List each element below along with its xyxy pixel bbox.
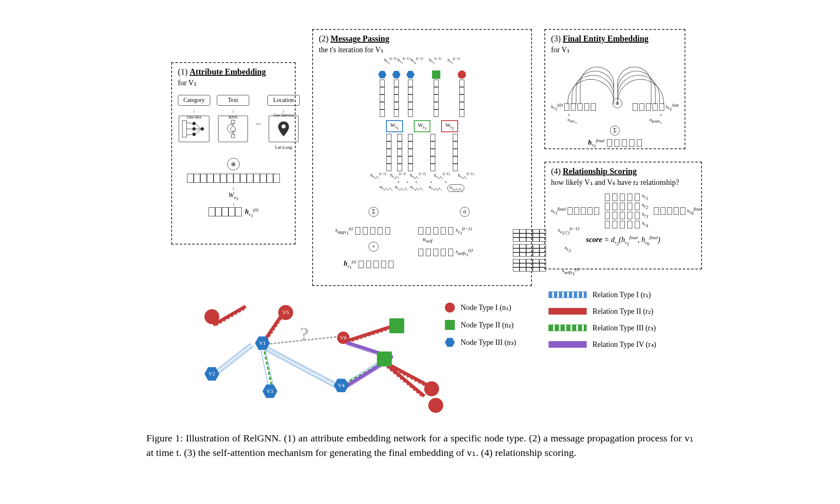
svg-rect-13 — [231, 134, 235, 138]
encoder-onehot: One-Hot — [179, 116, 209, 142]
feature-text: Text — [217, 95, 249, 106]
W-r2: Wr2 — [441, 120, 458, 132]
arcs: σ — [551, 63, 679, 112]
concat-matrix — [513, 229, 546, 271]
panel-final-embedding: (3) Final Entity Embedding for V₁ σ hv1(… — [544, 29, 685, 149]
panel2-num: (2) — [319, 34, 328, 43]
encoder-onehot-label: One-Hot — [187, 115, 202, 119]
concat-op: ⊕ — [227, 158, 240, 170]
geo-pin-icon — [277, 121, 290, 137]
nn-icon — [182, 119, 206, 139]
encoder-geo-label: Geo Service — [273, 113, 294, 117]
panel-attribute-embedding: (1) Attribute Embedding for V₁ Category … — [171, 62, 296, 245]
h0-label: hv1(0) — [245, 207, 258, 218]
node-v4: V4 — [334, 378, 349, 393]
node-red1 — [204, 309, 219, 324]
panel4-num: (4) — [551, 167, 561, 176]
legend-rel4: Relation Type IV (r₄) — [592, 340, 656, 349]
svg-line-5 — [187, 123, 192, 124]
svg-line-10 — [196, 129, 201, 134]
h0-vector: hv1(0) — [178, 207, 289, 218]
sum-op3: Σ — [610, 126, 620, 136]
encoder-geo: Geo Service — [269, 116, 299, 142]
node-v6: V6 — [337, 332, 350, 344]
score-formula: score = dr2(hv1final, hv6final) — [551, 235, 695, 246]
panel2-title: (2) Message Passing — [319, 34, 525, 44]
svg-point-16 — [282, 124, 286, 128]
svg-point-4 — [201, 127, 204, 131]
sum-op: Σ — [369, 207, 379, 217]
sigma-op: σ — [460, 207, 470, 217]
concat-vector — [178, 174, 289, 183]
question-mark: ? — [300, 323, 309, 345]
svg-line-8 — [196, 124, 201, 129]
node-green1 — [377, 351, 392, 366]
W-r3: Wr3 — [414, 120, 430, 132]
node-v3: V3 — [262, 384, 277, 399]
legend-rel1: Relation Type I (r₁) — [592, 290, 651, 299]
panel1-num: (1) — [178, 67, 187, 76]
node-v5: V5 — [278, 305, 293, 320]
hfinal-label: hv1final — [588, 138, 604, 149]
node-red2 — [424, 381, 439, 396]
panel-scoring: (4) Relationship Scoring how likely V₁ a… — [544, 162, 702, 269]
latlong-label: Lat-Long — [275, 145, 292, 150]
svg-point-2 — [192, 127, 196, 131]
legend-node2: Node Type II (n₂) — [461, 320, 514, 330]
panel-message-passing: (2) Message Passing the t's iteration fo… — [312, 29, 532, 286]
legend-rel3: Relation Type III (r₃) — [592, 323, 656, 332]
sigma-op3: σ — [612, 98, 622, 108]
panel3-sub: for V₁ — [551, 45, 679, 54]
svg-point-1 — [192, 122, 196, 125]
panel4-title: (4) Relationship Scoring — [551, 167, 695, 176]
panel2-title-text: Message Passing — [330, 34, 389, 43]
panel4-title-text: Relationship Scoring — [563, 167, 636, 176]
legend-node1: Node Type I (n₁) — [461, 303, 511, 312]
hr-stack: hr1 hr2 hr3 hr4 — [605, 194, 648, 228]
figure-caption: Figure 1: Illustration of RelGNN. (1) an… — [146, 431, 694, 460]
hv6final-label: hv6final — [687, 206, 702, 216]
proj-labels: hv2,r1(t−1) hv3,r1(t−1) hv4,r1(t−1) hv3,… — [319, 172, 525, 180]
legend-node3: Node Type III (n₃) — [461, 338, 516, 347]
encoder-rnn: RNN — [218, 116, 248, 142]
panel3-title-text: Final Entity Embedding — [563, 34, 648, 43]
node-green2 — [389, 318, 404, 333]
mp-top-labels: hv2(t−1) hv3(t−1) hv4(t−1) hv3(t−1) hv5(… — [319, 57, 525, 65]
svg-line-7 — [187, 134, 192, 135]
feature-category: Category — [178, 95, 210, 106]
panel1-sub: for V₁ — [178, 78, 289, 87]
panel3-title: (3) Final Entity Embedding — [551, 34, 679, 44]
panel1-title: (1) Attribute Embedding — [178, 67, 289, 77]
hv1prev-label: hv1(t−1) — [456, 226, 472, 235]
plus-op: + — [369, 242, 379, 252]
svg-rect-0 — [182, 121, 187, 137]
hagg-label: haggv1(t) — [335, 226, 353, 235]
panel3-num: (3) — [551, 34, 561, 43]
hv1final-label: hv1final — [551, 206, 566, 216]
graph-illustration: ? V1 V2 V3 V4 V5 V6 — [188, 290, 420, 414]
legend-rel2: Relation Type II (r₂) — [592, 307, 653, 316]
encoder-rnn-label: RNN — [228, 115, 237, 119]
W-r1: Wr1 — [386, 120, 403, 132]
rnn-icon — [225, 119, 241, 139]
Wn-label: Wn1 — [178, 191, 289, 201]
feature-location: Location — [267, 95, 300, 106]
hself-label: hselfv1(t) — [456, 247, 473, 257]
panel1-title-text: Attribute Embedding — [189, 67, 266, 76]
svg-rect-11 — [231, 120, 235, 124]
panel2-sub: the t's iteration for V₁ — [319, 45, 525, 54]
mult-row: ××× × × — [319, 180, 525, 184]
figure-1: (1) Attribute Embedding for V₁ Category … — [146, 17, 694, 423]
Wself-label: Wself — [422, 237, 432, 243]
panel4-sub: how likely V₁ and V₆ have r₂ relationshi… — [551, 178, 695, 187]
alpha-row: αv2,r1,v1 αv3,r1,v1 αv4,r1,v1 αv3,r3,v1 … — [319, 184, 525, 192]
node-red3 — [428, 398, 443, 413]
features-ellipsis: ... — [256, 119, 261, 126]
svg-point-3 — [192, 133, 196, 136]
hv1t-label: hv1(t) — [344, 259, 356, 270]
